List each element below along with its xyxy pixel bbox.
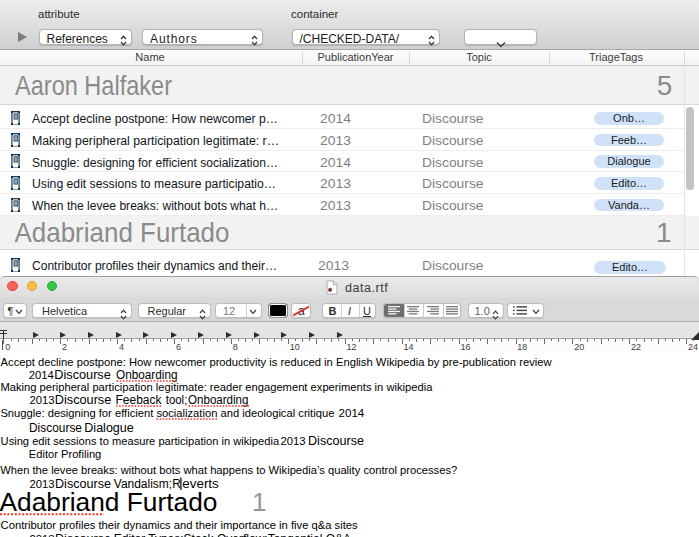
svg-text:Making peripheral participatio: Making peripheral participation legitima… [32,134,279,148]
svg-text:Discourse: Discourse [29,421,82,435]
svg-text:Accept decline postpone: How n: Accept decline postpone: How newcomer pr… [1,356,553,368]
svg-text:Discourse: Discourse [55,393,112,407]
svg-text:2014: 2014 [320,111,351,126]
svg-text:Onboarding: Onboarding [188,393,249,407]
svg-text:Discourse: Discourse [422,111,484,126]
svg-text:Dialogue: Dialogue [84,421,134,435]
svg-text:Adabriand Furtado: Adabriand Furtado [0,487,218,517]
svg-text:Contributor profiles their dyn: Contributor profiles their dynamics and … [32,259,277,273]
svg-text:2013: 2013 [29,394,54,406]
svg-text:2013: 2013 [320,133,351,148]
svg-text:Snuggle: designing for efficie: Snuggle: designing for efficient sociali… [0,407,334,419]
svg-text:Contributor profiles their dyn: Contributor profiles their dynamics and … [1,519,358,531]
svg-text:tool;: tool; [166,393,188,407]
svg-text:Editor Types;Stack Overflow;Ta: Editor Types;Stack Overflow;Tangential Q… [114,532,351,537]
svg-text:2014: 2014 [320,155,351,170]
svg-text:2014: 2014 [29,369,54,381]
svg-text:Discourse: Discourse [422,258,484,273]
svg-text:Aaron Halfaker: Aaron Halfaker [15,70,172,101]
svg-text:Snuggle: designing for efficie: Snuggle: designing for efficient sociali… [32,156,278,170]
svg-text:Editor Profiling: Editor Profiling [29,448,102,460]
svg-text:When the levee breaks: without: When the levee breaks: without bots what… [32,199,278,213]
svg-text:Using edit sessions to measure: Using edit sessions to measure participa… [32,177,276,191]
svg-text:5: 5 [657,70,673,101]
svg-text:Discourse: Discourse [422,155,484,170]
svg-text:1: 1 [252,487,266,517]
svg-text:Accept decline postpone: How n: Accept decline postpone: How newcomer p… [32,112,278,126]
svg-text:1: 1 [656,217,672,248]
svg-text:Adabriand Furtado: Adabriand Furtado [15,217,230,248]
svg-text:2013: 2013 [320,198,351,213]
svg-text:2013: 2013 [281,435,306,447]
svg-text:Using edit sessions to measure: Using edit sessions to measure participa… [1,435,280,447]
svg-text:2013: 2013 [29,533,54,537]
svg-text:2013: 2013 [320,176,351,191]
svg-text:Discourse: Discourse [422,198,484,213]
svg-text:Discourse: Discourse [308,434,364,448]
svg-text:Discourse: Discourse [422,133,484,148]
svg-text:2013: 2013 [318,258,349,273]
svg-text:2014: 2014 [339,407,365,419]
svg-text:Feeback: Feeback [116,393,163,407]
svg-text:Making peripheral participatio: Making peripheral participation legitima… [0,381,433,393]
svg-text:When the levee breaks: without: When the levee breaks: without bots what… [0,464,457,476]
svg-text:Discourse: Discourse [422,176,484,191]
svg-text:Discourse: Discourse [55,532,111,537]
